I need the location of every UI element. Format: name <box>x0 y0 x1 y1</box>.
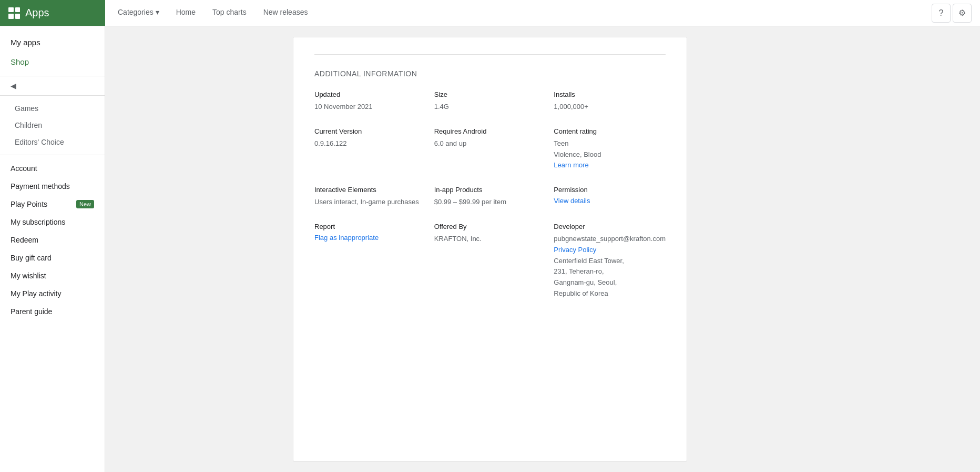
sidebar-item-redeem[interactable]: Redeem <box>0 231 105 249</box>
info-cell-report: Report Flag as inappropriate <box>314 223 424 299</box>
info-cell-content-rating: Content rating Teen Violence, Blood Lear… <box>554 127 666 171</box>
info-cell-installs: Installs 1,000,000+ <box>554 91 666 113</box>
info-cell-requires-android: Requires Android 6.0 and up <box>434 127 544 171</box>
nav-brand[interactable]: Apps <box>0 0 105 26</box>
sidebar-item-shop[interactable]: Shop <box>0 52 105 72</box>
nav-brand-title: Apps <box>25 7 49 19</box>
settings-button[interactable]: ⚙ <box>953 4 972 23</box>
nav-top-charts[interactable]: Top charts <box>204 0 255 26</box>
flag-inappropriate-link[interactable]: Flag as inappropriate <box>314 234 424 242</box>
info-cell-offered-by: Offered By KRAFTON, Inc. <box>434 223 544 299</box>
nav-actions: ? ⚙ <box>932 4 980 23</box>
nav-home[interactable]: Home <box>168 0 204 26</box>
info-cell-in-app-products: In-app Products $0.99 – $99.99 per item <box>434 186 544 208</box>
sidebar-primary-section: My apps Shop <box>0 33 105 76</box>
right-panel <box>875 26 980 472</box>
back-icon: ◀ <box>11 82 16 90</box>
nav-categories[interactable]: Categories ▾ <box>109 0 168 26</box>
privacy-policy-link[interactable]: Privacy Policy <box>554 245 666 256</box>
sidebar-item-games[interactable]: Games <box>0 100 105 117</box>
content-card: ADDITIONAL INFORMATION Updated 10 Novemb… <box>293 37 687 461</box>
settings-icon: ⚙ <box>958 8 966 18</box>
apps-grid-icon <box>8 7 20 19</box>
sidebar-item-my-play-activity[interactable]: My Play activity <box>0 285 105 303</box>
sidebar: My apps Shop ◀ Games Children Editors' C… <box>0 26 105 472</box>
section-divider <box>314 54 666 55</box>
nav-new-releases[interactable]: New releases <box>255 0 317 26</box>
info-cell-developer: Developer pubgnewstate_support@krafton.c… <box>554 223 666 299</box>
view-details-link[interactable]: View details <box>554 197 666 205</box>
additional-info-title: ADDITIONAL INFORMATION <box>314 69 666 78</box>
help-icon: ? <box>939 8 944 18</box>
new-badge: New <box>76 200 94 208</box>
info-cell-current-version: Current Version 0.9.16.122 <box>314 127 424 171</box>
sidebar-sub-section: Games Children Editors' Choice <box>0 96 105 155</box>
sidebar-item-buy-gift-card[interactable]: Buy gift card <box>0 249 105 267</box>
info-cell-updated: Updated 10 November 2021 <box>314 91 424 113</box>
sidebar-item-play-points[interactable]: Play Points New <box>0 195 105 213</box>
top-nav: Apps Categories ▾ Home Top charts New re… <box>0 0 980 26</box>
sidebar-item-my-subscriptions[interactable]: My subscriptions <box>0 213 105 231</box>
sidebar-item-my-apps[interactable]: My apps <box>0 33 105 52</box>
sidebar-item-account[interactable]: Account <box>0 159 105 177</box>
sidebar-item-editors-choice[interactable]: Editors' Choice <box>0 134 105 150</box>
chevron-down-icon: ▾ <box>156 8 159 16</box>
nav-links: Categories ▾ Home Top charts New release… <box>105 0 932 26</box>
info-cell-interactive-elements: Interactive Elements Users interact, In-… <box>314 186 424 208</box>
page-layout: My apps Shop ◀ Games Children Editors' C… <box>0 26 980 472</box>
sidebar-menu-section: Account Payment methods Play Points New … <box>0 155 105 325</box>
help-button[interactable]: ? <box>932 4 951 23</box>
info-cell-size: Size 1.4G <box>434 91 544 113</box>
sidebar-back-button[interactable]: ◀ <box>0 76 105 96</box>
learn-more-link[interactable]: Learn more <box>554 160 666 171</box>
sidebar-item-parent-guide[interactable]: Parent guide <box>0 303 105 320</box>
sidebar-item-my-wishlist[interactable]: My wishlist <box>0 267 105 285</box>
sidebar-item-payment-methods[interactable]: Payment methods <box>0 177 105 195</box>
main-content: ADDITIONAL INFORMATION Updated 10 Novemb… <box>105 26 875 472</box>
sidebar-item-children[interactable]: Children <box>0 117 105 134</box>
info-cell-permission: Permission View details <box>554 186 666 208</box>
info-grid: Updated 10 November 2021 Size 1.4G Insta… <box>314 91 666 299</box>
